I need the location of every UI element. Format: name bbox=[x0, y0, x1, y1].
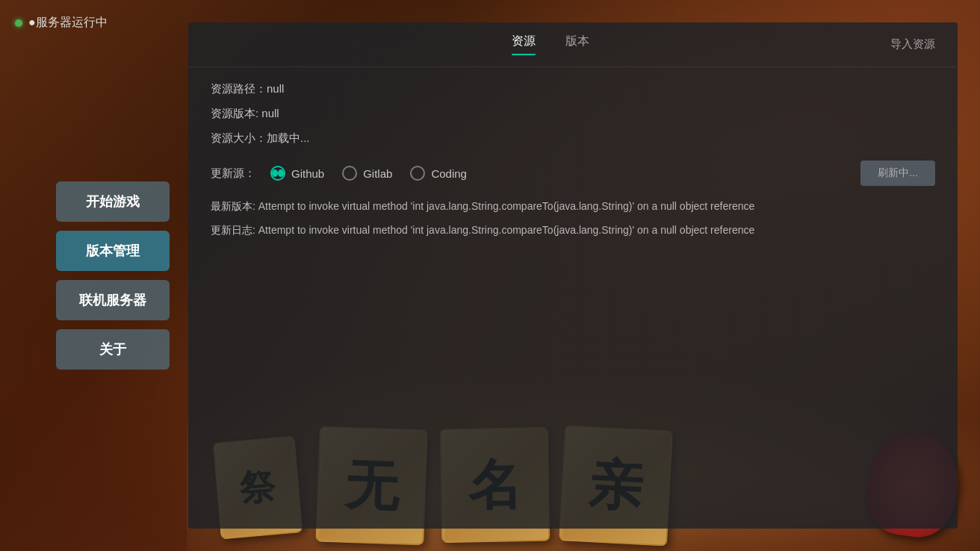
update-log-value: Attempt to invoke virtual method 'int ja… bbox=[258, 224, 754, 236]
radio-coding-circle bbox=[410, 166, 425, 181]
radio-github-label: Github bbox=[291, 167, 324, 180]
import-resources-button[interactable]: 导入资源 bbox=[890, 37, 935, 52]
panel-content: 资源路径：null 资源版本: null 资源大小：加载中... 更新源： Gi… bbox=[188, 67, 958, 529]
error-section: 最新版本: Attempt to invoke virtual method '… bbox=[211, 198, 935, 239]
radio-gitlab[interactable]: Gitlab bbox=[342, 166, 392, 181]
status-dot bbox=[15, 19, 22, 27]
refresh-button[interactable]: 刷新中... bbox=[860, 161, 935, 186]
update-source-label: 更新源： bbox=[211, 166, 255, 181]
resource-path-row: 资源路径：null bbox=[211, 82, 935, 96]
start-game-button[interactable]: 开始游戏 bbox=[56, 181, 170, 222]
resource-version-row: 资源版本: null bbox=[211, 107, 935, 121]
radio-group: Github Gitlab Coding bbox=[270, 166, 846, 181]
tab-bar: 资源 版本 bbox=[211, 34, 890, 55]
radio-gitlab-circle bbox=[342, 166, 357, 181]
online-server-button[interactable]: 联机服务器 bbox=[56, 280, 170, 320]
latest-version-row: 最新版本: Attempt to invoke virtual method '… bbox=[211, 198, 935, 214]
version-manage-button[interactable]: 版本管理 bbox=[56, 231, 170, 271]
radio-coding-label: Coding bbox=[431, 167, 467, 180]
resource-size-row: 资源大小：加载中... bbox=[211, 131, 935, 146]
tab-version[interactable]: 版本 bbox=[565, 34, 589, 55]
latest-version-label: 最新版本: bbox=[211, 200, 255, 212]
radio-coding[interactable]: Coding bbox=[410, 166, 467, 181]
main-panel: 资源 版本 导入资源 资源路径：null 资源版本: null 资源大小：加载中… bbox=[188, 22, 958, 529]
server-status-label: ●服务器运行中 bbox=[28, 15, 108, 31]
radio-gitlab-label: Gitlab bbox=[363, 167, 392, 180]
tab-resources[interactable]: 资源 bbox=[512, 34, 536, 55]
latest-version-value: Attempt to invoke virtual method 'int ja… bbox=[258, 200, 754, 212]
server-status: ●服务器运行中 bbox=[15, 15, 108, 31]
update-log-label: 更新日志: bbox=[211, 224, 255, 236]
radio-github[interactable]: Github bbox=[270, 166, 324, 181]
panel-header: 资源 版本 导入资源 bbox=[188, 22, 958, 67]
about-button[interactable]: 关于 bbox=[56, 329, 170, 370]
radio-github-circle bbox=[270, 166, 285, 181]
sidebar: 开始游戏 版本管理 联机服务器 关于 bbox=[56, 181, 170, 370]
update-log-row: 更新日志: Attempt to invoke virtual method '… bbox=[211, 222, 935, 238]
update-source-row: 更新源： Github Gitlab Coding 刷新中... bbox=[211, 161, 935, 186]
